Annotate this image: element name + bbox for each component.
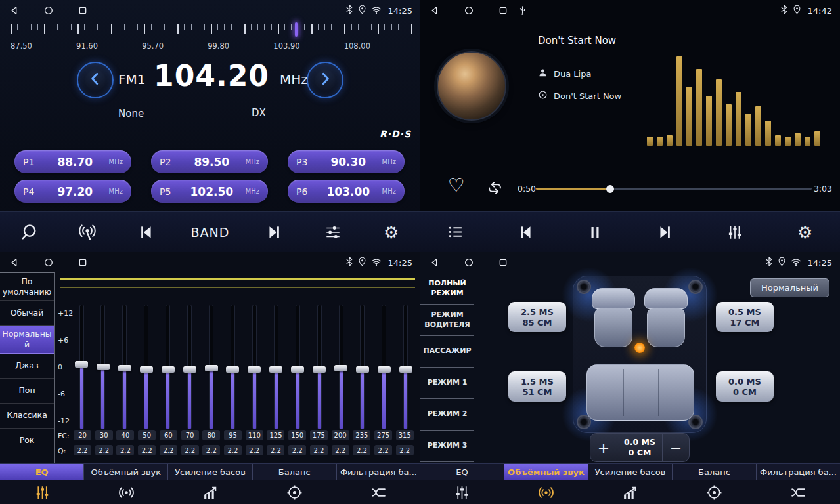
preset-button-p6[interactable]: P6103.00MHz bbox=[288, 180, 405, 203]
bass-boost-icon[interactable] bbox=[588, 480, 673, 504]
delay-front-left[interactable]: 2.5 MS 85 CM bbox=[508, 302, 566, 332]
surround-mode-item[interactable]: РЕЖИМ 1 bbox=[420, 368, 474, 399]
settings-gear-icon[interactable]: ⚙ bbox=[378, 224, 405, 241]
tab-surround[interactable]: Объёмный звук bbox=[84, 464, 168, 480]
previous-station-icon[interactable] bbox=[133, 224, 159, 241]
previous-track-icon[interactable] bbox=[512, 224, 539, 241]
eq-band-slider[interactable] bbox=[204, 304, 219, 429]
eq-preset-item[interactable]: Рок bbox=[0, 429, 54, 453]
surround-mode-item[interactable]: РЕЖИМ 3 bbox=[420, 430, 474, 462]
frequency-ruler[interactable] bbox=[11, 24, 411, 35]
eq-band-slider[interactable] bbox=[333, 304, 349, 429]
tab-surround[interactable]: Объёмный звук bbox=[504, 464, 588, 480]
surround-sound-icon[interactable] bbox=[504, 480, 588, 504]
increase-delay-button[interactable]: + bbox=[590, 434, 617, 461]
eq-sliders-icon[interactable] bbox=[420, 480, 504, 504]
tab-bass[interactable]: Усиление басов bbox=[168, 464, 252, 480]
head-unit-screen: 14:25 87.5091.6095.7099.80103.90108.00 F… bbox=[0, 0, 840, 504]
filter-icon[interactable] bbox=[336, 480, 420, 504]
q-value: 2.2 bbox=[116, 445, 134, 455]
band-button[interactable]: BAND bbox=[191, 225, 230, 240]
preset-button-p4[interactable]: P497.20MHz bbox=[14, 180, 131, 203]
eq-preset-item[interactable]: Поп bbox=[0, 379, 54, 404]
recents-button[interactable] bbox=[497, 256, 510, 269]
broadcast-seek-icon[interactable] bbox=[74, 223, 100, 242]
eq-band-slider[interactable] bbox=[311, 304, 327, 429]
back-button[interactable] bbox=[428, 256, 441, 269]
eq-band-slider[interactable] bbox=[355, 304, 370, 429]
surround-mode-item[interactable]: РЕЖИМ ВОДИТЕЛЯ bbox=[420, 304, 474, 336]
preset-button-p2[interactable]: P289.50MHz bbox=[151, 150, 268, 173]
preset-button-p5[interactable]: P5102.50MHz bbox=[151, 180, 268, 203]
balance-icon[interactable] bbox=[252, 480, 336, 504]
eq-preset-item[interactable]: Джаз bbox=[0, 354, 54, 379]
eq-band-slider[interactable] bbox=[182, 304, 198, 429]
mixer-icon[interactable] bbox=[722, 224, 748, 241]
eq-sliders-icon[interactable] bbox=[0, 480, 84, 504]
eq-band-slider[interactable] bbox=[139, 304, 154, 429]
eq-band-slider[interactable] bbox=[225, 304, 240, 429]
preset-button-p1[interactable]: P188.70MHz bbox=[14, 150, 131, 173]
favorite-heart-icon[interactable]: ♡ bbox=[448, 176, 465, 195]
listening-position-dot[interactable] bbox=[634, 343, 645, 353]
bass-boost-icon[interactable] bbox=[168, 480, 252, 504]
progress-bar[interactable] bbox=[536, 188, 812, 190]
home-button[interactable] bbox=[462, 256, 475, 269]
surround-mode-item[interactable]: РЕЖИМ 2 bbox=[420, 399, 474, 430]
back-button[interactable] bbox=[8, 4, 21, 17]
speaker-front-left[interactable] bbox=[577, 280, 591, 294]
tune-up-button[interactable] bbox=[307, 62, 343, 98]
eq-preset-item[interactable]: Обычай bbox=[0, 301, 54, 326]
home-button[interactable] bbox=[42, 256, 55, 269]
eq-preset-item[interactable]: Классика bbox=[0, 404, 54, 429]
surround-mode-item[interactable]: ПАССАЖИР bbox=[420, 336, 474, 368]
tune-settings-icon[interactable] bbox=[320, 224, 346, 241]
back-button[interactable] bbox=[8, 256, 21, 269]
next-station-icon[interactable] bbox=[261, 224, 288, 241]
balance-icon[interactable] bbox=[672, 480, 756, 504]
tab-balance[interactable]: Баланс bbox=[253, 464, 337, 480]
eq-band-slider[interactable] bbox=[74, 304, 89, 429]
status-bar: 14:25 bbox=[0, 252, 420, 273]
eq-band-slider[interactable] bbox=[160, 304, 176, 429]
delay-rear-right[interactable]: 0.0 MS 0 CM bbox=[716, 371, 774, 402]
tab-balance[interactable]: Баланс bbox=[673, 464, 757, 480]
eq-preset-item[interactable]: По умолчанию bbox=[0, 273, 54, 301]
tab-filter[interactable]: Фильтрация ба... bbox=[337, 464, 420, 480]
pause-icon[interactable] bbox=[582, 224, 608, 241]
recents-button[interactable] bbox=[497, 4, 510, 17]
playlist-icon[interactable] bbox=[442, 224, 468, 240]
eq-band-slider[interactable] bbox=[290, 304, 305, 429]
recents-button[interactable] bbox=[76, 256, 89, 269]
eq-band-slider[interactable] bbox=[95, 304, 111, 429]
surround-sound-icon[interactable] bbox=[84, 480, 168, 504]
surround-preset-button[interactable]: Нормальный bbox=[750, 278, 829, 297]
eq-band-slider[interactable] bbox=[376, 304, 392, 429]
eq-preset-item[interactable]: Нормальный bbox=[0, 326, 54, 353]
progress-knob[interactable] bbox=[606, 185, 614, 193]
recents-button[interactable] bbox=[76, 4, 89, 17]
speaker-front-right[interactable] bbox=[688, 280, 703, 294]
repeat-icon[interactable] bbox=[486, 180, 504, 199]
back-button[interactable] bbox=[428, 4, 441, 17]
delay-front-right[interactable]: 0.5 MS 17 CM bbox=[716, 302, 774, 332]
tab-filter[interactable]: Фильтрация ба... bbox=[757, 464, 840, 480]
tab-bass[interactable]: Усиление басов bbox=[588, 464, 673, 480]
home-button[interactable] bbox=[462, 4, 475, 17]
eq-band-slider[interactable] bbox=[398, 304, 414, 429]
surround-mode-item[interactable]: ПОЛНЫЙ РЕЖИМ bbox=[420, 273, 474, 304]
tune-down-button[interactable] bbox=[77, 62, 114, 98]
preset-button-p3[interactable]: P390.30MHz bbox=[288, 150, 405, 173]
eq-band-slider[interactable] bbox=[246, 304, 262, 429]
scan-icon[interactable] bbox=[16, 223, 42, 242]
eq-band-slider[interactable] bbox=[117, 304, 133, 429]
delay-rear-left[interactable]: 1.5 MS 51 CM bbox=[508, 371, 566, 402]
eq-band-slider[interactable] bbox=[268, 304, 284, 429]
filter-icon[interactable] bbox=[756, 480, 840, 504]
settings-gear-icon[interactable]: ⚙ bbox=[792, 224, 818, 241]
decrease-delay-button[interactable]: − bbox=[663, 434, 689, 461]
tab-eq[interactable]: EQ bbox=[420, 464, 504, 480]
tab-eq[interactable]: EQ bbox=[0, 464, 84, 480]
home-button[interactable] bbox=[42, 4, 55, 17]
next-track-icon[interactable] bbox=[652, 224, 678, 241]
